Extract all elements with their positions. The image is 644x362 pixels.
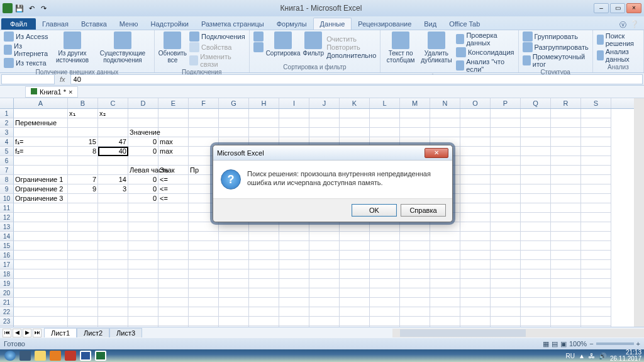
cell-D20[interactable] [128,288,158,298]
cell-L2[interactable] [370,118,400,128]
cell-O20[interactable] [460,288,491,298]
cell-B9[interactable]: 9 [68,184,98,194]
cell-H15[interactable] [249,241,279,251]
sheet-tab-3[interactable]: Лист3 [109,328,142,337]
cell-K13[interactable] [340,222,370,232]
cell-H21[interactable] [249,298,279,307]
cell-O7[interactable] [460,166,491,175]
cell-R5[interactable] [551,147,581,156]
cell-D11[interactable] [128,203,158,213]
cell-G23[interactable] [219,317,249,326]
group-button[interactable]: Группировать [523,31,589,42]
cell-A10[interactable]: Ограничение 3 [14,194,68,203]
col-header-B[interactable]: B [68,98,98,108]
row-header-22[interactable]: 22 [0,307,14,317]
cell-E16[interactable] [158,251,189,260]
cell-B14[interactable] [68,232,98,241]
cell-D23[interactable] [128,317,158,326]
cell-F17[interactable] [189,260,219,269]
col-header-P[interactable]: P [491,98,521,108]
col-header-Q[interactable]: Q [521,98,551,108]
cell-R13[interactable] [551,222,581,232]
col-header-O[interactable]: O [460,98,491,108]
cell-Q21[interactable] [521,298,551,307]
cell-C22[interactable] [98,307,128,317]
row-header-14[interactable]: 14 [0,232,14,241]
cell-R20[interactable] [551,288,581,298]
cell-J15[interactable] [309,241,340,251]
select-all[interactable] [0,98,14,108]
cell-Q1[interactable] [521,109,551,118]
cell-Q4[interactable] [521,137,551,147]
sheet-nav-last[interactable]: ⏭ [33,329,42,337]
cell-A9[interactable]: Ограничение 2 [14,184,68,194]
vertical-scrollbar[interactable] [634,98,644,337]
cell-Q22[interactable] [521,307,551,317]
from-other-button[interactable]: Из других источников [52,31,92,68]
col-header-D[interactable]: D [128,98,158,108]
row-header-10[interactable]: 10 [0,194,14,203]
cell-E23[interactable] [158,317,189,326]
cell-B21[interactable] [68,298,98,307]
cell-S6[interactable] [581,156,611,166]
cell-K16[interactable] [340,251,370,260]
cell-S23[interactable] [581,317,611,326]
cell-D13[interactable] [128,222,158,232]
cell-N1[interactable] [430,109,460,118]
redo-icon[interactable]: ↷ [38,3,48,13]
cell-O10[interactable] [460,194,491,203]
cell-R11[interactable] [551,203,581,213]
sheet-tab-2[interactable]: Лист2 [77,328,109,337]
cell-I19[interactable] [279,279,309,288]
cell-A6[interactable] [14,156,68,166]
cell-R23[interactable] [551,317,581,326]
cell-C10[interactable] [98,194,128,203]
sheet-nav-first[interactable]: ⏮ [3,329,11,337]
cell-D7[interactable]: Левая часть [128,166,158,175]
zoom-level[interactable]: 100% [569,340,587,348]
cell-E7[interactable]: Знак [158,166,189,175]
cell-S11[interactable] [581,203,611,213]
cell-B8[interactable]: 7 [68,175,98,184]
cell-C19[interactable] [98,279,128,288]
cell-S18[interactable] [581,269,611,279]
cell-D2[interactable] [128,118,158,128]
cell-I13[interactable] [279,222,309,232]
refresh-all-button[interactable]: Обновить все [158,31,187,68]
row-header-15[interactable]: 15 [0,241,14,251]
cell-F16[interactable] [189,251,219,260]
cell-P16[interactable] [491,251,521,260]
cell-I20[interactable] [279,288,309,298]
cell-B18[interactable] [68,269,98,279]
tab-addins[interactable]: Надстройки [145,18,195,30]
cell-F18[interactable] [189,269,219,279]
cell-L20[interactable] [370,288,400,298]
cell-A14[interactable] [14,232,68,241]
cell-I18[interactable] [279,269,309,279]
cell-Q14[interactable] [521,232,551,241]
view-layout-icon[interactable]: ▤ [552,340,558,348]
cell-B23[interactable] [68,317,98,326]
row-header-6[interactable]: 6 [0,156,14,166]
cell-M3[interactable] [400,128,430,137]
cell-E5[interactable]: max [158,147,189,156]
cell-Q19[interactable] [521,279,551,288]
data-validation-button[interactable]: Проверка данных [456,31,514,47]
cell-A1[interactable] [14,109,68,118]
cell-C2[interactable] [98,118,128,128]
cell-P5[interactable] [491,147,521,156]
cell-D9[interactable]: 0 [128,184,158,194]
cell-H18[interactable] [249,269,279,279]
col-header-A[interactable]: A [14,98,68,108]
cell-F3[interactable] [189,128,219,137]
cell-S12[interactable] [581,213,611,222]
cell-J23[interactable] [309,317,340,326]
cell-R18[interactable] [551,269,581,279]
cell-Q15[interactable] [521,241,551,251]
cell-O17[interactable] [460,260,491,269]
cell-M18[interactable] [400,269,430,279]
from-web-button[interactable]: Из Интернета [4,42,50,57]
cell-S1[interactable] [581,109,611,118]
cell-M15[interactable] [400,241,430,251]
cell-G20[interactable] [219,288,249,298]
